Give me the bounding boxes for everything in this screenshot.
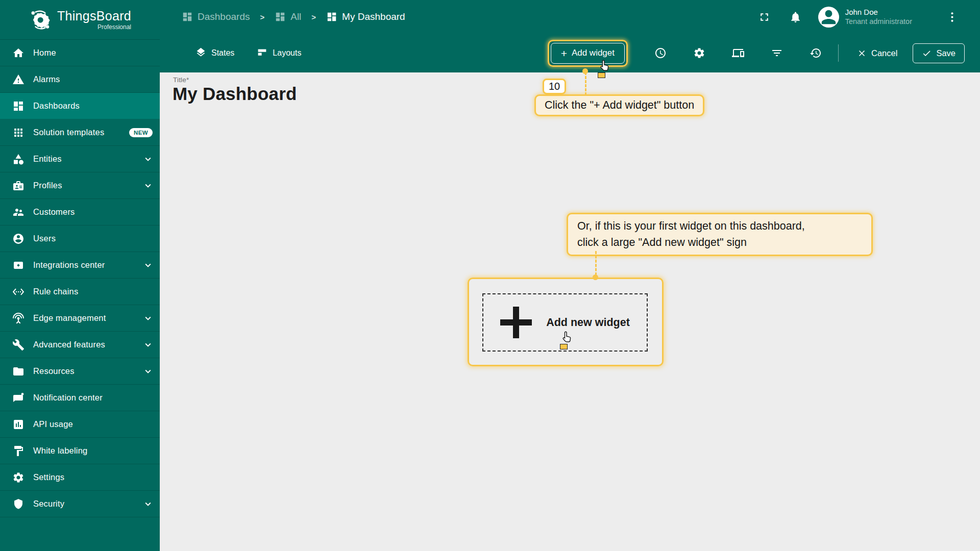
toolbar-left: States Layouts xyxy=(160,47,301,60)
sidebar-item-notification-center[interactable]: Notification center xyxy=(0,385,160,411)
sidebar-item-customers[interactable]: Customers xyxy=(0,199,160,226)
layouts-button[interactable]: Layouts xyxy=(257,47,301,60)
cursor-pointer xyxy=(559,331,573,351)
chevron-down-icon xyxy=(142,180,154,191)
breadcrumb-item-dashboards[interactable]: Dashboards xyxy=(182,11,250,22)
user-info[interactable]: John Doe Tenant administrator xyxy=(845,8,912,27)
sidebar-item-rule-chains[interactable]: Rule chains xyxy=(0,279,160,305)
sidebar-item-label: Home xyxy=(33,48,56,58)
breadcrumb-label: All xyxy=(290,11,301,22)
filter-icon xyxy=(771,47,783,59)
cursor-click-indicator xyxy=(598,72,605,78)
integration-icon xyxy=(12,259,24,271)
breadcrumb-separator: > xyxy=(260,13,264,21)
fullscreen-button[interactable] xyxy=(758,11,771,23)
sidebar-item-label: Notification center xyxy=(33,393,103,403)
sidebar-item-alarms[interactable]: Alarms xyxy=(0,66,160,93)
sidebar-item-label: Dashboards xyxy=(33,101,80,111)
user-avatar[interactable] xyxy=(818,7,839,28)
thingsboard-logo-icon xyxy=(29,8,52,32)
breadcrumb-label: Dashboards xyxy=(198,11,250,22)
add-widget-button[interactable]: + Add widget xyxy=(551,43,625,64)
tutorial-tooltip-first-widget: Or, if this is your first widget on this… xyxy=(567,213,873,256)
sidebar-item-profiles[interactable]: Profiles xyxy=(0,172,160,199)
breadcrumb-item-all[interactable]: All xyxy=(275,11,301,22)
sidebar-item-label: Integrations center xyxy=(33,260,105,270)
tutorial-step-badge: 10 xyxy=(543,79,566,94)
sidebar-item-resources[interactable]: Resources xyxy=(0,358,160,385)
history-icon xyxy=(810,47,822,59)
states-button[interactable]: States xyxy=(195,47,234,60)
sidebar-item-integrations-center[interactable]: Integrations center xyxy=(0,252,160,279)
logo-text: ThingsBoard Professional xyxy=(57,10,131,30)
save-button[interactable]: Save xyxy=(913,43,965,63)
sidebar-item-label: Rule chains xyxy=(33,287,78,296)
folder-icon xyxy=(12,365,24,378)
sidebar-item-users[interactable]: Users xyxy=(0,226,160,252)
sidebar-item-home[interactable]: Home xyxy=(0,40,160,66)
shield-icon xyxy=(12,498,24,510)
tools-icon xyxy=(12,339,24,351)
new-badge: NEW xyxy=(129,128,153,137)
breadcrumb-separator: > xyxy=(311,13,316,21)
add-widget-label: Add widget xyxy=(572,48,615,58)
more-menu-button[interactable] xyxy=(946,11,959,23)
sidebar-item-api-usage[interactable]: API usage xyxy=(0,411,160,438)
sidebar-item-label: Edge management xyxy=(33,313,106,323)
entity-filter-button[interactable] xyxy=(771,47,783,59)
category-icon xyxy=(12,153,24,165)
breadcrumb-label: My Dashboard xyxy=(342,11,405,22)
layout-icon xyxy=(257,47,267,60)
cursor-click-indicator xyxy=(560,344,568,349)
toolbar-right: + Add widget Cancel Save xyxy=(548,40,980,67)
dashboard-title-input[interactable]: My Dashboard xyxy=(173,84,297,104)
sidebar-item-solution-templates[interactable]: Solution templatesNEW xyxy=(0,119,160,146)
sidebar-item-security[interactable]: Security xyxy=(0,491,160,517)
brand-title: ThingsBoard xyxy=(57,10,131,22)
sidebar-item-advanced-features[interactable]: Advanced features xyxy=(0,332,160,358)
manage-layouts-button[interactable] xyxy=(732,47,744,59)
top-header: Dashboards>All>My Dashboard John Doe Ten… xyxy=(160,0,980,34)
thingsboard-logo[interactable]: ThingsBoard Professional xyxy=(0,0,160,40)
tooltip-line-1: Or, if this is your first widget on this… xyxy=(577,218,862,234)
tutorial-tooltip-add-widget: Click the "+ Add widget" button xyxy=(534,94,704,116)
sidebar-item-settings[interactable]: Settings xyxy=(0,464,160,491)
notifications-button[interactable] xyxy=(789,11,802,23)
layouts-label: Layouts xyxy=(273,48,301,58)
tutorial-highlight-add-widget: + Add widget xyxy=(548,40,628,67)
bar-chart-icon xyxy=(12,418,24,431)
chevron-down-icon xyxy=(142,154,154,165)
dashboard-icon xyxy=(182,11,193,22)
toolbar-divider xyxy=(838,44,839,62)
close-icon xyxy=(857,48,867,58)
dashboard-settings-button[interactable] xyxy=(693,47,705,59)
sidebar-item-entities[interactable]: Entities xyxy=(0,146,160,172)
chevron-down-icon xyxy=(142,366,154,377)
breadcrumb: Dashboards>All>My Dashboard xyxy=(160,11,405,22)
tooltip-line-2: click a large "Add new widget" sign xyxy=(577,234,862,251)
tutorial-connector-line xyxy=(585,72,586,95)
cancel-button[interactable]: Cancel xyxy=(857,48,897,58)
code-brackets-icon xyxy=(12,286,24,298)
sidebar-item-dashboards[interactable]: Dashboards xyxy=(0,93,160,119)
sidebar-item-white-labeling[interactable]: White labeling xyxy=(0,438,160,464)
version-history-button[interactable] xyxy=(810,47,822,59)
timewindow-button[interactable] xyxy=(654,47,667,59)
breadcrumb-item-my-dashboard[interactable]: My Dashboard xyxy=(326,11,405,22)
sidebar-item-edge-management[interactable]: Edge management xyxy=(0,305,160,332)
cursor-pointer xyxy=(597,59,611,80)
chevron-down-icon xyxy=(142,339,154,350)
plus-icon xyxy=(500,307,532,338)
apps-icon xyxy=(12,127,24,139)
sidebar-item-label: Users xyxy=(33,234,56,243)
sidebar-item-label: Advanced features xyxy=(33,340,105,349)
clock-icon xyxy=(654,47,667,59)
states-label: States xyxy=(211,48,234,58)
chevron-down-icon xyxy=(142,498,154,510)
user-name: John Doe xyxy=(845,8,912,17)
add-new-widget-label: Add new widget xyxy=(546,316,630,329)
antenna-icon xyxy=(12,312,24,324)
sidebar-item-label: Resources xyxy=(33,366,75,376)
layers-icon xyxy=(195,47,206,60)
chevron-down-icon xyxy=(142,313,154,324)
